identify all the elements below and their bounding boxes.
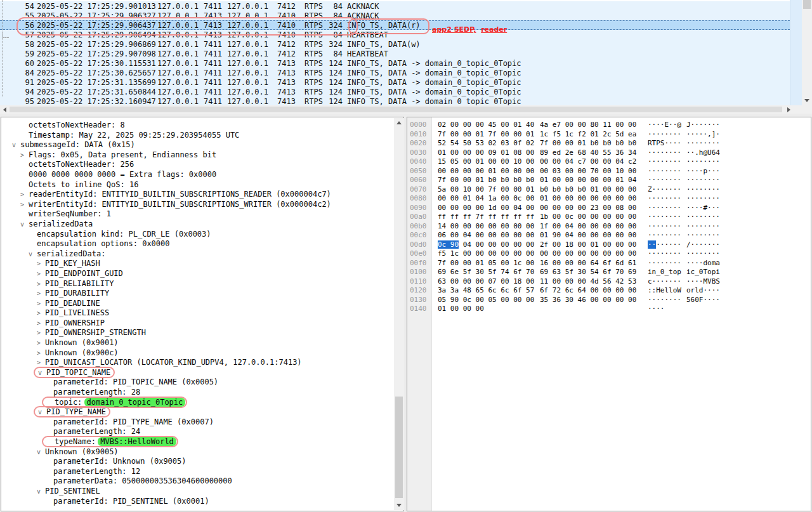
hex-bytes[interactable]: 14 00 00 00 00 00 00 00 [438,222,535,232]
hex-row[interactable]: 014001 00 00 00···· [407,305,811,314]
hex-ascii[interactable]: ········ [648,222,682,232]
hex-ascii[interactable]: ::HelloW [648,286,682,296]
hex-ascii[interactable]: 560F···· [686,296,721,305]
hex-ascii[interactable]: ········ [648,176,682,185]
tree-item[interactable]: vPID_SENTINEL [1,487,393,497]
hex-ascii[interactable]: ········ [686,194,721,204]
hex-row[interactable]: 002052 54 50 53 02 03 0f 027f 00 00 01 b… [407,139,811,148]
expand-icon[interactable]: > [20,200,29,210]
hex-ascii[interactable]: ········ [686,139,721,148]
hex-bytes[interactable]: 00 00 04 c7 00 00 04 c2 [540,157,637,167]
hex-ascii[interactable] [686,305,721,314]
tree-item[interactable]: parameterId: PID_TOPIC_NAME (0x0005) [1,377,393,388]
hex-bytes[interactable]: 00 00 00 00 00 00 00 00 [540,249,637,259]
tree-item[interactable]: >PID_DURABILITY [1,289,393,299]
scroll-up-icon[interactable] [394,118,404,128]
tree-item[interactable]: vPID_TYPE_NAME [1,407,393,417]
expand-icon[interactable]: > [20,190,29,200]
hex-row[interactable]: 010069 6e 5f 30 5f 74 6f 7069 63 5f 30 5… [407,268,811,277]
tree-item[interactable]: >PID_LIVELINESS [1,308,393,318]
hex-row[interactable]: 00c006 00 04 00 00 00 00 0001 90 04 00 0… [407,231,811,240]
expand-icon[interactable]: > [37,299,45,309]
hex-row[interactable]: 00705a 00 10 00 7f 00 00 01b0 b0 b0 b0 0… [407,185,811,195]
hex-ascii[interactable]: ··.h@U64 [686,148,721,158]
hex-row[interactable]: 011063 00 00 00 07 00 18 0011 00 00 00 4… [407,277,811,287]
hex-bytes[interactable]: 3a 3a 48 65 6c 6c 6f 57 [438,286,535,296]
packet-list-hscroll-thumb[interactable] [10,107,782,112]
hex-bytes[interactable]: 16 00 00 00 64 6f 6d 61 [540,259,637,268]
tree-item[interactable]: octetsToNextHeader: 8 [1,121,393,131]
hex-bytes[interactable]: 0c 90 04 00 00 00 00 00 [438,240,535,250]
expand-icon[interactable]: > [20,150,29,161]
tree-item[interactable]: parameterId: PID_TYPE_NAME (0x0007) [1,417,393,428]
hex-bytes[interactable]: 2f 00 18 00 01 00 00 00 [540,240,637,250]
tree-item[interactable]: typeName: MVBS::HelloWorld [1,437,393,447]
tree-item[interactable]: >Unknown (0x900c) [1,348,393,358]
hex-ascii[interactable]: ········ [648,194,682,204]
packet-list-vscroll-thumb[interactable] [803,0,811,9]
hex-row[interactable]: 013005 90 0c 00 05 00 00 0035 36 30 46 0… [407,296,811,305]
hex-ascii[interactable]: ········ [648,231,682,240]
hex-bytes[interactable]: 69 63 5f 30 54 6f 70 69 [540,268,637,277]
hex-ascii[interactable]: RTPS···· [648,139,682,148]
packet-row[interactable]: 602025-05-22 17:25:30.115531127.0.0.1741… [0,59,790,69]
packet-row[interactable]: 912025-05-22 17:25:31.135699127.0.0.1741… [0,78,790,88]
hex-bytes[interactable]: 5a 00 10 00 7f 00 00 01 [438,185,535,195]
hex-row[interactable]: 00a0ff ff ff 7f ff ff ff ff1b 00 0c 00 0… [407,213,811,222]
hex-row[interactable]: 00b014 00 00 00 00 00 00 001f 00 04 00 0… [407,222,811,232]
expand-icon[interactable]: > [37,328,45,338]
collapse-icon[interactable]: v [37,487,45,497]
hex-bytes[interactable]: 52 54 50 53 02 03 0f 02 [438,139,535,148]
tree-item[interactable]: writerSeqNumber: 1 [1,209,393,220]
hex-bytes[interactable]: 4a e7 00 00 80 11 00 00 [540,121,637,130]
hex-ascii[interactable]: ········ [648,130,682,140]
hex-bytes[interactable]: f5 1c 00 00 00 00 00 00 [438,249,535,259]
hex-ascii[interactable]: ········ [648,296,682,305]
hex-bytes[interactable]: 6f 72 6c 64 00 00 00 00 [540,286,637,296]
packet-row[interactable]: 942025-05-22 17:25:31.650844127.0.0.1741… [0,88,790,97]
packet-row[interactable]: 542025-05-22 17:25:29.901013127.0.0.1741… [0,1,790,11]
hex-ascii[interactable]: ····#··· [686,204,721,213]
hex-ascii[interactable]: ····E··@ [648,121,682,130]
hex-row[interactable]: 00e0f5 1c 00 00 00 00 00 0000 00 00 00 0… [407,249,811,259]
hex-row[interactable]: 003001 00 00 00 09 01 08 0089 ed 2e 68 4… [407,148,811,158]
hex-ascii[interactable]: ········ [648,204,682,213]
packet-row[interactable]: 562025-05-22 17:25:29.906437127.0.0.1741… [0,20,790,30]
scroll-down-icon[interactable] [394,501,404,510]
hex-bytes[interactable]: 7f 00 00 01 05 00 1c 00 [438,259,535,268]
hex-ascii[interactable]: in_0_top [648,268,682,277]
collapse-icon[interactable]: v [29,249,37,259]
hex-row[interactable]: 00607f 00 00 01 b0 b0 b0 b001 00 00 00 0… [407,176,811,185]
tree-item[interactable]: encapsulation kind: PL_CDR_LE (0x0003) [1,230,393,240]
packet-list-vscrollbar[interactable] [802,0,812,105]
tree-item[interactable]: >PID_OWNERSHIP [1,318,393,329]
expand-icon[interactable]: > [37,279,45,289]
collapse-icon[interactable]: v [12,140,20,150]
tree-item[interactable]: vserializedData [1,220,393,230]
collapse-icon[interactable]: v [37,447,45,457]
tree-item[interactable]: parameterId: Unknown (0x9005) [1,457,393,467]
intelligent-scrollbar[interactable] [790,0,802,105]
hex-bytes[interactable]: 7f 00 00 01 b0 b0 b0 b0 [540,139,637,148]
tree-item[interactable]: >PID_RELIABILITY [1,279,393,289]
hex-row[interactable]: 01203a 3a 48 65 6c 6c 6f 576f 72 6c 64 0… [407,286,811,296]
packet-row[interactable]: 582025-05-22 17:25:29.906869127.0.0.1741… [0,39,790,49]
tree-item[interactable]: >writerEntityId: ENTITYID_BUILTIN_SUBSCR… [1,200,393,210]
hex-bytes[interactable]: 1b 00 0c 00 00 00 00 00 [540,213,637,222]
tree-item[interactable]: Octets to inline QoS: 16 [1,180,393,190]
hex-row[interactable]: 008000 00 01 04 1a 00 0c 0001 00 00 00 0… [407,194,811,204]
hex-bytes[interactable]: 01 00 00 00 09 01 08 00 [438,148,535,158]
hex-bytes[interactable]: 15 05 00 01 00 00 10 00 [438,157,535,167]
hex-ascii[interactable]: ········ [686,157,721,167]
tree-item[interactable]: >PID_OWNERSHIP_STRENGTH [1,328,393,338]
tree-item[interactable]: encapsulation options: 0x0000 [1,239,393,249]
hex-bytes[interactable]: 00 00 00 00 01 00 00 00 [438,167,535,176]
hex-row[interactable]: 00d00c 90 04 00 00 00 00 002f 00 18 00 0… [407,240,811,250]
hex-ascii[interactable]: ····doma [686,259,721,268]
hex-ascii[interactable]: ········ [648,148,682,158]
hex-bytes[interactable]: 01 00 00 00 00 00 00 00 [540,194,637,204]
packet-row[interactable]: 552025-05-22 17:25:29.906327127.0.0.1741… [0,11,790,20]
hex-bytes[interactable]: 02 00 00 00 45 00 01 40 [438,121,535,130]
hex-ascii[interactable]: ic_0Topi [686,268,721,277]
hex-row[interactable]: 000002 00 00 00 45 00 01 404a e7 00 00 8… [407,121,811,130]
